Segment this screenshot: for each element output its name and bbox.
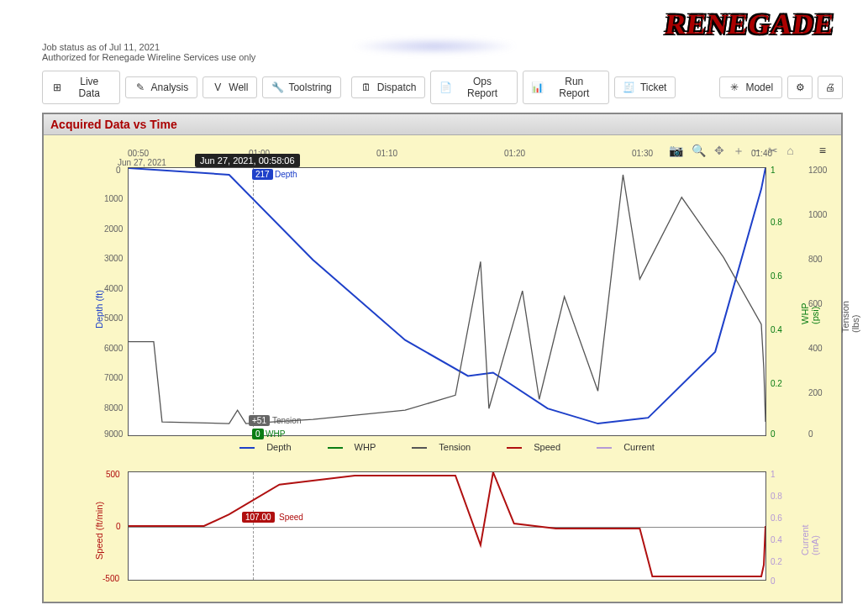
- ytick: 800: [808, 255, 823, 264]
- marker-whp: 0: [252, 429, 264, 439]
- ytick: 0: [116, 522, 121, 531]
- print-button[interactable]: 🖨: [818, 76, 843, 99]
- plot-main-svg: [129, 168, 765, 435]
- ytick: 0.8: [771, 492, 782, 501]
- home-icon[interactable]: ⌂: [786, 144, 793, 159]
- printer-icon: 🖨: [825, 82, 835, 93]
- live-data-button[interactable]: ⊞ Live Data: [42, 71, 120, 104]
- chart-title: Acquired Data vs Time: [44, 114, 841, 135]
- btn-label: Model: [745, 82, 773, 93]
- ytick: 6000: [104, 344, 123, 353]
- plot-sub[interactable]: [128, 471, 766, 581]
- x-tick: 01:40: [751, 149, 772, 158]
- ytick: 0.6: [771, 513, 782, 523]
- btn-label: Run Report: [549, 76, 600, 99]
- camera-icon[interactable]: 📷: [669, 144, 683, 159]
- ytick: 0: [771, 576, 776, 586]
- pan-icon[interactable]: ✥: [714, 144, 724, 159]
- ytick: 1: [771, 470, 776, 479]
- btn-label: Well: [229, 82, 248, 93]
- wand-icon: ✎: [134, 82, 146, 93]
- btn-label: Toolstring: [288, 82, 331, 93]
- ytick: 0.2: [771, 379, 782, 388]
- hover-tooltip: Jun 27, 2021, 00:58:06: [195, 154, 300, 167]
- axis-current: Current (mA): [800, 514, 820, 555]
- zoom-in-icon[interactable]: ＋: [733, 144, 744, 159]
- settings-button[interactable]: ⚙: [787, 76, 813, 99]
- toolstring-button[interactable]: 🔧 Toolstring: [262, 76, 340, 98]
- ytick: 0.4: [771, 535, 782, 544]
- plot-sub-svg: [129, 472, 765, 580]
- wrench-icon: 🔧: [271, 82, 283, 93]
- ytick: 200: [808, 388, 823, 397]
- ytick: 400: [808, 344, 823, 353]
- btn-label: Ops Report: [456, 76, 508, 99]
- ytick: 0.8: [771, 218, 782, 227]
- ytick: 2000: [104, 224, 123, 234]
- axis-speed: Speed (ft/min): [94, 502, 104, 560]
- calendar-icon: 🗓: [360, 82, 372, 93]
- axis-whp: WHP (psi): [800, 283, 820, 324]
- grid-icon: ⊞: [51, 82, 63, 93]
- marker-speed: 107.00: [242, 512, 275, 523]
- ops-report-button[interactable]: 📄 Ops Report: [430, 71, 517, 104]
- ytick: 1000: [808, 210, 827, 219]
- btn-label: Analysis: [151, 82, 189, 93]
- ytick: 1200: [808, 166, 827, 175]
- ytick: 9000: [104, 429, 123, 439]
- run-report-button[interactable]: 📊 Run Report: [523, 71, 609, 104]
- btn-label: Dispatch: [377, 82, 417, 93]
- analysis-button[interactable]: ✎ Analysis: [125, 76, 198, 98]
- well-icon: V: [212, 82, 224, 93]
- ytick: 0.4: [771, 325, 782, 334]
- brand-logo: RENEGADE: [664, 8, 837, 40]
- ytick: 5000: [104, 313, 123, 323]
- marker-tension-name: Tension: [272, 416, 301, 425]
- marker-tension: +51: [249, 415, 270, 426]
- marker-depth-name: Depth: [275, 170, 297, 179]
- marker-depth: 217: [252, 169, 273, 180]
- ytick: 0: [771, 429, 776, 439]
- x-tick: 00:50: [128, 149, 149, 158]
- ytick: -500: [103, 574, 119, 583]
- zoom-icon[interactable]: 🔍: [692, 144, 706, 159]
- x-tick: 01:10: [376, 149, 397, 158]
- chart-canvas[interactable]: 📷 🔍 ✥ ＋ − ✂ ⌂ ≡ 00:50 Jun 27, 2021 01:00…: [44, 135, 841, 602]
- x-tick: 01:30: [632, 149, 653, 158]
- menu-icon[interactable]: ≡: [819, 144, 826, 159]
- plot-toolbar: 📷 🔍 ✥ ＋ − ✂ ⌂ ≡: [669, 144, 826, 159]
- btn-label: Live Data: [68, 76, 111, 99]
- gear-icon: ⚙: [796, 82, 805, 93]
- document-icon: 📄: [439, 82, 451, 93]
- ytick: 3000: [104, 254, 123, 263]
- chart-frame: Acquired Data vs Time 📷 🔍 ✥ ＋ − ✂ ⌂ ≡ 00…: [42, 113, 843, 603]
- ticket-button[interactable]: 🧾 Ticket: [614, 76, 676, 98]
- plot-main[interactable]: [128, 167, 766, 436]
- chart-legend: Depth WHP Tension Speed Current: [128, 442, 766, 452]
- ticket-icon: 🧾: [623, 82, 635, 93]
- btn-label: Ticket: [640, 82, 667, 93]
- ytick: 0: [808, 429, 813, 439]
- ytick: 0.2: [771, 557, 782, 566]
- ytick: 0: [116, 166, 121, 175]
- ytick: 4000: [104, 284, 123, 293]
- ytick: 1000: [104, 194, 123, 203]
- watermark-blur: [350, 38, 518, 55]
- ytick: 7000: [104, 373, 123, 382]
- x-date: Jun 27, 2021: [118, 158, 166, 167]
- dispatch-button[interactable]: 🗓 Dispatch: [351, 76, 426, 98]
- main-toolbar: ⊞ Live Data ✎ Analysis V Well 🔧 Toolstri…: [42, 71, 843, 104]
- x-tick: 01:20: [504, 149, 525, 158]
- sparkle-icon: ✳: [729, 82, 740, 93]
- marker-speed-name: Speed: [279, 513, 303, 522]
- ytick: 8000: [104, 403, 123, 413]
- axis-tension: Tension (lbs): [840, 301, 860, 333]
- chart-icon: 📊: [532, 82, 544, 93]
- ytick: 500: [106, 470, 120, 479]
- ytick: 0.6: [771, 271, 782, 281]
- well-button[interactable]: V Well: [203, 76, 257, 98]
- marker-whp-name: WHP: [266, 429, 285, 439]
- axis-depth: Depth (ft): [94, 290, 104, 329]
- ytick: 1: [771, 166, 776, 175]
- model-button[interactable]: ✳ Model: [719, 76, 782, 98]
